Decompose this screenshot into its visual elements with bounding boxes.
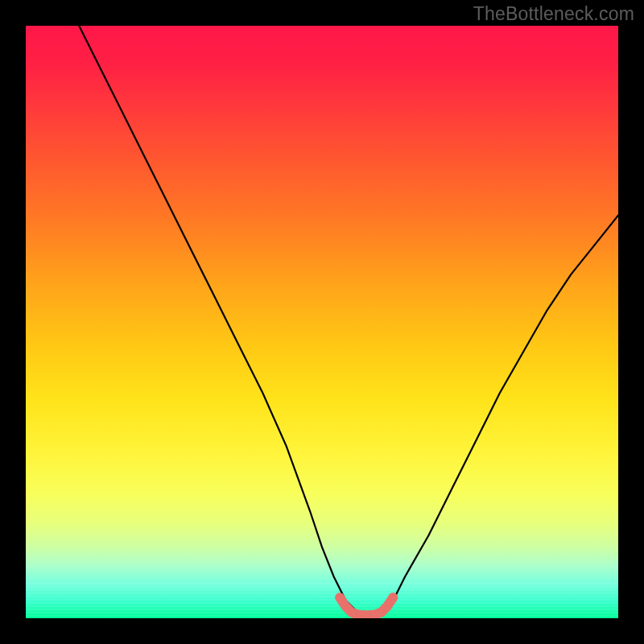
bottleneck-curve (79, 26, 618, 615)
plot-area (26, 26, 618, 618)
watermark-text: TheBottleneck.com (473, 3, 634, 25)
curve-layer (26, 26, 618, 618)
optimal-range-marker (340, 597, 393, 615)
chart-frame: TheBottleneck.com (0, 0, 644, 644)
